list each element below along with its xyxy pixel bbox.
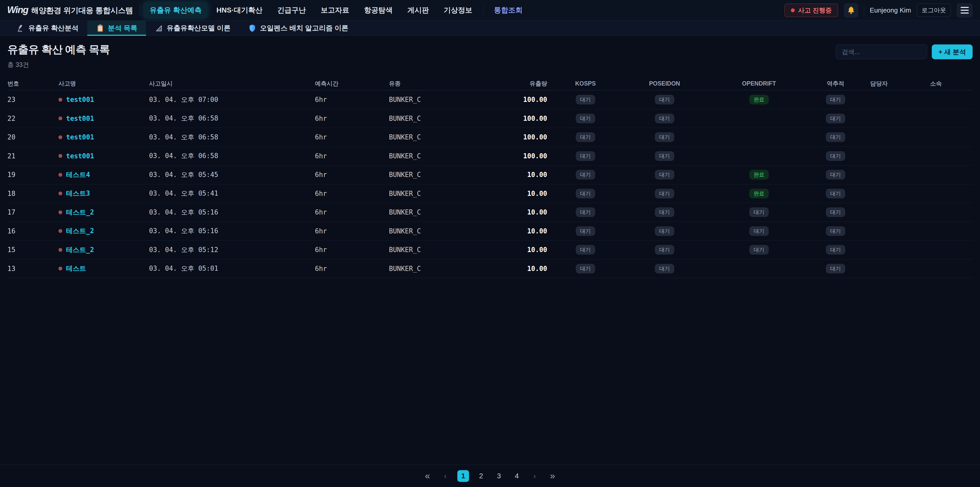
- table-row[interactable]: 17테스트_203. 04. 오후 05:166hrBUNKER_C10.00대…: [7, 203, 973, 222]
- spill-amount-cell: 100.00: [523, 96, 547, 104]
- incident-name-cell: 테스트_2: [59, 246, 149, 254]
- kosps-status-cell: 대기: [576, 264, 595, 273]
- incident-name-link[interactable]: 테스트4: [66, 170, 90, 179]
- table-row[interactable]: 23test00103. 04. 오후 07:006hrBUNKER_C100.…: [7, 90, 973, 109]
- row-number-cell: 17: [7, 208, 59, 216]
- shield-icon: [248, 24, 256, 32]
- poseidon-status-cell: 대기: [655, 264, 674, 273]
- tab-label: 분석 목록: [108, 24, 138, 33]
- poseidon-status-cell: 대기: [655, 226, 674, 236]
- incident-datetime-cell: 03. 04. 오후 07:00: [149, 95, 315, 104]
- nav-item-4[interactable]: 보고자료: [315, 2, 355, 18]
- tab-3[interactable]: 유출유확산모델 이론: [146, 21, 239, 35]
- status-badge: 대기: [576, 208, 595, 217]
- pagination-page-2[interactable]: 2: [475, 470, 487, 482]
- footer: «‹1234›»: [0, 465, 980, 487]
- pagination-next[interactable]: ›: [529, 470, 541, 482]
- poseidon-status-cell: 대기: [655, 189, 674, 198]
- status-badge: 대기: [826, 208, 845, 217]
- kosps-status-cell: 대기: [576, 245, 595, 255]
- pagination-last[interactable]: »: [547, 470, 558, 482]
- oil-type-cell: BUNKER_C: [389, 96, 511, 104]
- status-badge: 대기: [749, 226, 769, 236]
- table-row[interactable]: 19테스트403. 04. 오후 05:456hrBUNKER_C10.00대기…: [7, 166, 973, 184]
- table-row[interactable]: 13테스트03. 04. 오후 05:016hrBUNKER_C10.00대기대…: [7, 259, 973, 278]
- column-header: 사고일시: [149, 80, 315, 88]
- incident-name-link[interactable]: 테스트: [66, 264, 86, 273]
- notifications-button[interactable]: [844, 3, 858, 18]
- nav-item-6[interactable]: 게시판: [401, 2, 435, 18]
- top-navbar: Wing 해양환경 위기대응 통합시스템 유출유 확산예측HNS·대기확산긴급구…: [0, 0, 980, 21]
- pagination-first[interactable]: «: [422, 470, 433, 482]
- table-row[interactable]: 22test00103. 04. 오후 06:586hrBUNKER_C100.…: [7, 109, 973, 128]
- incident-name-link[interactable]: test001: [66, 115, 94, 122]
- nav-item-2[interactable]: HNS·대기확산: [210, 2, 269, 18]
- table-row[interactable]: 15테스트_203. 04. 오후 05:126hrBUNKER_C10.00대…: [7, 241, 973, 259]
- tab-1[interactable]: 유출유 확산분석: [8, 21, 87, 35]
- pagination-page-3[interactable]: 3: [493, 470, 505, 482]
- incident-name-link[interactable]: test001: [66, 152, 94, 160]
- table-row[interactable]: 20test00103. 04. 오후 06:586hrBUNKER_C100.…: [7, 128, 973, 147]
- incident-name-link[interactable]: 테스트_2: [66, 227, 94, 235]
- table-row[interactable]: 16테스트_203. 04. 오후 05:166hrBUNKER_C10.00대…: [7, 222, 973, 241]
- nav-item-5[interactable]: 항공탐색: [358, 2, 399, 18]
- spill-amount-cell: 10.00: [527, 265, 547, 273]
- nav-item-7[interactable]: 기상정보: [438, 2, 479, 18]
- tab-2[interactable]: 분석 목록: [87, 21, 146, 35]
- spill-amount-cell: 100.00: [523, 115, 547, 122]
- bell-icon: [847, 6, 856, 14]
- nav-item-1[interactable]: 유출유 확산예측: [143, 2, 208, 18]
- search-input[interactable]: [836, 45, 927, 59]
- oil-type-cell: BUNKER_C: [389, 227, 511, 235]
- oil-type-cell: BUNKER_C: [389, 133, 511, 141]
- spill-amount-cell: 10.00: [527, 171, 547, 179]
- incident-name-link[interactable]: test001: [66, 96, 94, 104]
- prediction-duration-cell: 6hr: [315, 133, 389, 141]
- incident-name-link[interactable]: 테스트_2: [66, 208, 94, 217]
- backtrack-status-cell: 대기: [826, 208, 845, 217]
- status-badge: 대기: [749, 208, 769, 217]
- ruler-icon: [155, 24, 163, 32]
- column-header: OPENDRIFT: [742, 80, 776, 87]
- prediction-duration-cell: 6hr: [315, 227, 389, 235]
- hamburger-menu-button[interactable]: [956, 3, 973, 18]
- status-badge: 대기: [576, 132, 595, 142]
- new-analysis-button[interactable]: + 새 분석: [932, 45, 973, 59]
- incident-dot-icon: [59, 117, 62, 120]
- opendrift-status-cell: 대기: [749, 208, 769, 217]
- incident-name-link[interactable]: 테스트_2: [66, 246, 94, 254]
- incident-name-cell: 테스트_2: [59, 208, 149, 217]
- incident-name-link[interactable]: 테스트3: [66, 189, 90, 198]
- poseidon-status-cell: 대기: [655, 245, 674, 255]
- pagination-prev[interactable]: ‹: [439, 470, 451, 482]
- status-badge: 대기: [655, 95, 674, 104]
- table-row[interactable]: 18테스트303. 04. 오후 05:416hrBUNKER_C10.00대기…: [7, 184, 973, 203]
- backtrack-status-cell: 대기: [826, 113, 845, 123]
- nav-item-8[interactable]: 통합조회: [488, 2, 529, 18]
- incident-name-link[interactable]: test001: [66, 133, 94, 141]
- prediction-table: 번호사고명사고일시예측시간유종유출량KOSPSPOSEIDONOPENDRIFT…: [7, 69, 973, 278]
- status-badge: 대기: [655, 189, 674, 198]
- incident-dot-icon: [59, 135, 62, 139]
- incident-datetime-cell: 03. 04. 오후 05:41: [149, 189, 315, 198]
- backtrack-status-cell: 대기: [826, 132, 845, 142]
- incident-name-cell: 테스트3: [59, 189, 149, 198]
- prediction-duration-cell: 6hr: [315, 96, 389, 104]
- table-row[interactable]: 21test00103. 04. 오후 06:586hrBUNKER_C100.…: [7, 147, 973, 166]
- nav-item-3[interactable]: 긴급구난: [271, 2, 312, 18]
- logout-button[interactable]: 로그아웃: [917, 3, 951, 17]
- incident-status-badge[interactable]: 사고 진행중: [784, 3, 838, 17]
- status-badge: 대기: [826, 226, 845, 236]
- pagination-page-1[interactable]: 1: [457, 470, 469, 482]
- kosps-status-cell: 대기: [576, 208, 595, 217]
- incident-datetime-cell: 03. 04. 오후 05:16: [149, 227, 315, 235]
- column-header: 유출량: [530, 80, 547, 88]
- incident-datetime-cell: 03. 04. 오후 06:58: [149, 133, 315, 142]
- oil-type-cell: BUNKER_C: [389, 246, 511, 254]
- row-number-cell: 21: [7, 152, 59, 160]
- tab-4[interactable]: 오일펜스 배치 알고리즘 이론: [239, 21, 357, 35]
- main-content: 유출유 확산 예측 목록 총 33건 + 새 분석 번호사고명사고일시예측시간유…: [0, 36, 980, 465]
- app-logo[interactable]: Wing 해양환경 위기대응 통합시스템: [7, 5, 133, 16]
- pagination-page-4[interactable]: 4: [511, 470, 523, 482]
- column-header: KOSPS: [575, 80, 596, 87]
